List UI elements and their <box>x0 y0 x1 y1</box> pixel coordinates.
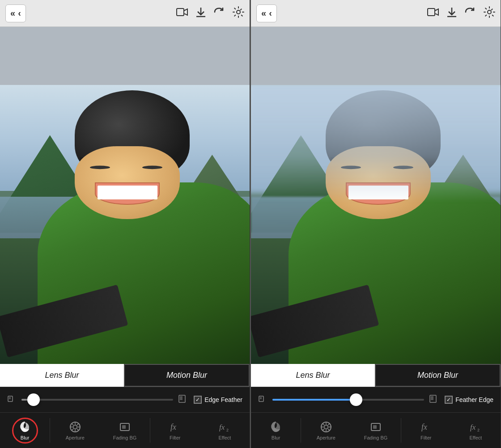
svg-text:fx: fx <box>421 423 427 431</box>
svg-line-17 <box>76 423 79 425</box>
tab-blur-left[interactable]: Blur <box>0 413 50 448</box>
svg-point-34 <box>324 425 328 429</box>
back-single-icon-left[interactable]: ‹ <box>18 8 21 18</box>
nav-back-group-left[interactable]: « ‹ <box>5 4 26 22</box>
slider-icon-large-right <box>429 394 439 406</box>
top-bar-right: « ‹ <box>251 0 501 27</box>
fading-bg-icon-right <box>369 421 382 433</box>
tab-blur-label-right: Blur <box>272 435 280 440</box>
rotate-icon-left[interactable] <box>214 7 225 20</box>
blur-slider-left[interactable] <box>21 399 173 401</box>
tab-aperture-left[interactable]: Aperture <box>50 413 100 448</box>
svg-point-28 <box>488 10 491 14</box>
toolbar-icons-right <box>427 6 495 21</box>
svg-rect-32 <box>431 396 433 400</box>
tab-effect-left[interactable]: fx 2 Effect <box>200 413 250 448</box>
gray-top-left <box>0 27 250 85</box>
svg-rect-6 <box>9 397 11 399</box>
svg-line-42 <box>323 428 325 431</box>
slider-row-right: ✓ Feather Edge <box>251 387 501 412</box>
tab-fading-bg-label-right: Fading BG <box>364 435 388 440</box>
back-double-icon-left[interactable]: « <box>10 8 15 18</box>
svg-marker-1 <box>184 9 187 15</box>
effect-icon-right: fx 2 <box>469 421 482 433</box>
svg-text:fx: fx <box>170 423 176 431</box>
tab-blur-right[interactable]: Blur <box>251 413 301 448</box>
slider-icon-small-right <box>258 395 267 405</box>
tab-effect-label-left: Effect <box>218 435 231 440</box>
tab-filter-left[interactable]: fx Filter <box>150 413 200 448</box>
settings-icon-left[interactable] <box>233 6 244 21</box>
svg-text:fx: fx <box>470 423 476 431</box>
svg-rect-0 <box>177 8 184 16</box>
svg-point-10 <box>73 425 77 429</box>
photo-area-left <box>0 85 250 364</box>
back-single-icon-right[interactable]: ‹ <box>269 8 272 18</box>
lens-blur-button-left[interactable]: Lens Blur <box>0 364 124 387</box>
blur-slider-right[interactable] <box>272 399 424 401</box>
tab-fading-bg-left[interactable]: Fading BG <box>100 413 149 448</box>
lens-blur-button-right[interactable]: Lens Blur <box>251 364 375 387</box>
edge-feather-checkbox-right[interactable]: ✓ <box>445 396 453 404</box>
tab-filter-right[interactable]: fx Filter <box>401 413 451 448</box>
tab-aperture-label-right: Aperture <box>317 435 335 440</box>
tab-bar-right: Blur Aperture <box>251 412 501 448</box>
tab-fading-bg-label-left: Fading BG <box>113 435 137 440</box>
svg-rect-30 <box>260 397 262 399</box>
filter-icon-left: fx <box>169 421 181 433</box>
edge-feather-group-left: ✓ Edge Feather <box>194 396 242 404</box>
edge-feather-text-right: Feather Edge <box>455 396 493 403</box>
edge-feather-checkbox-left[interactable]: ✓ <box>194 396 202 404</box>
svg-line-16 <box>76 428 79 431</box>
download-icon-right[interactable] <box>447 7 457 20</box>
blur-icon-left <box>19 421 31 433</box>
svg-line-39 <box>323 423 325 425</box>
filter-icon-right: fx <box>420 421 432 433</box>
rotate-icon-right[interactable] <box>465 7 476 20</box>
svg-line-41 <box>327 423 330 425</box>
bottom-controls-left: Lens Blur Motion Blur ✓ Edge Feather <box>0 364 250 448</box>
tab-filter-label-right: Filter <box>420 435 431 440</box>
top-bar-left: « ‹ <box>0 0 250 27</box>
svg-rect-44 <box>373 425 377 429</box>
back-double-icon-right[interactable]: « <box>261 8 266 18</box>
toolbar-icons-left <box>176 6 244 21</box>
tab-blur-label-left: Blur <box>21 435 30 440</box>
effect-icon-left: fx 2 <box>218 421 231 433</box>
tab-fading-bg-right[interactable]: Fading BG <box>351 413 400 448</box>
tab-effect-right[interactable]: fx 2 Effect <box>451 413 501 448</box>
tab-effect-label-right: Effect <box>469 435 482 440</box>
video-icon-right[interactable] <box>427 7 439 20</box>
svg-text:2: 2 <box>226 428 229 432</box>
blur-buttons-left: Lens Blur Motion Blur <box>0 364 250 387</box>
settings-icon-right[interactable] <box>484 6 495 21</box>
motion-blur-button-right[interactable]: Motion Blur <box>375 364 501 387</box>
gray-top-right <box>251 27 501 85</box>
slider-row-left: ✓ Edge Feather <box>0 387 250 412</box>
edge-feather-group-right: ✓ Feather Edge <box>445 396 493 404</box>
video-icon-left[interactable] <box>176 7 188 20</box>
edge-feather-text-left: Edge Feather <box>204 396 242 403</box>
nav-back-group-right[interactable]: « ‹ <box>256 4 277 22</box>
tab-bar-left: Blur Aperture <box>0 412 250 448</box>
svg-line-15 <box>72 423 74 425</box>
svg-marker-25 <box>435 9 438 15</box>
motion-blur-button-left[interactable]: Motion Blur <box>124 364 250 387</box>
tab-aperture-right[interactable]: Aperture <box>301 413 351 448</box>
svg-point-4 <box>237 10 240 14</box>
slider-thumb-right[interactable] <box>350 393 362 406</box>
slider-thumb-left[interactable] <box>27 393 40 406</box>
fading-bg-icon-left <box>119 421 131 433</box>
slider-icon-large-left <box>178 394 188 406</box>
right-panel: « ‹ <box>251 0 501 448</box>
tab-filter-label-left: Filter <box>170 435 180 440</box>
left-panel: « ‹ <box>0 0 250 448</box>
bottom-controls-right: Lens Blur Motion Blur ✓ Feather Edge <box>251 364 501 448</box>
svg-rect-20 <box>122 425 126 429</box>
blur-icon-right <box>270 421 282 433</box>
svg-text:2: 2 <box>477 428 480 432</box>
aperture-icon-left <box>69 421 81 433</box>
download-icon-left[interactable] <box>196 7 206 20</box>
blur-buttons-right: Lens Blur Motion Blur <box>251 364 501 387</box>
aperture-icon-right <box>320 421 332 433</box>
